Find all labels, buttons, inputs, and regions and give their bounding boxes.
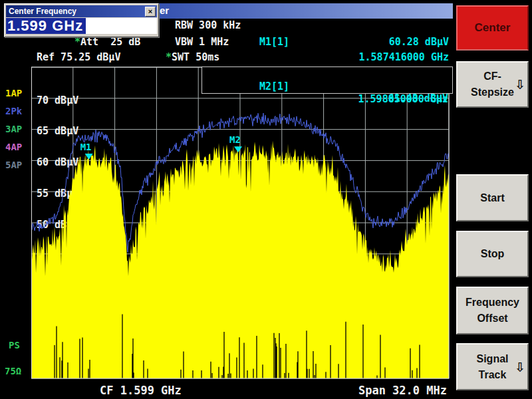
att-text: Att 25 dB (80, 36, 140, 48)
window-title-fragment: er (160, 5, 169, 16)
softkey-stop-label: Stop (458, 248, 527, 260)
submenu-arrow-icon: ⇩ (515, 360, 525, 374)
svg-text:M1: M1 (80, 142, 92, 152)
marker2-info-box: M2[1] 61.43 dBµV 1.598850000 GHz (201, 66, 453, 94)
center-frequency-dialog: Center Frequency × 1.599 GHz (4, 3, 159, 37)
ref-level-readout: Ref 75.25 dBµV (37, 51, 120, 63)
softkey-start[interactable]: Start (456, 174, 529, 221)
marker1-value: 60.28 dBµV (279, 36, 449, 48)
softkey-signal-track[interactable]: Signal Track ⇩ (456, 343, 529, 390)
softkey-stop[interactable]: Stop (456, 231, 529, 277)
softkey-center[interactable]: Center (456, 5, 529, 51)
swt-text: SWT 50ms (172, 51, 219, 63)
trace3-label: 3AP (5, 124, 22, 134)
input-selected-text: 1.599 GHz (6, 18, 86, 34)
preselector-label: PS (9, 340, 20, 350)
impedance-label: 75Ω (5, 366, 21, 376)
marker2-frequency: 1.598850000 GHz (358, 93, 448, 105)
svg-text:70 dBµV: 70 dBµV (37, 94, 78, 106)
att-readout: *Att 25 dB (74, 36, 140, 48)
softkey-frequency-offset-line2: Offset (458, 313, 527, 325)
trace1-label: 1AP (5, 88, 22, 98)
swt-coupled-star: * (166, 51, 172, 63)
window-titlebar: er (153, 3, 453, 19)
dialog-titlebar[interactable]: Center Frequency × (6, 5, 157, 17)
close-icon[interactable]: × (145, 7, 156, 17)
trace4-label: 4AP (5, 142, 22, 152)
softkey-start-label: Start (458, 192, 527, 204)
submenu-arrow-icon: ⇩ (515, 77, 525, 92)
rbw-readout: RBW 300 kHz (175, 19, 241, 31)
frequency-bar: CF 1.599 GHz Span 32.0 MHz (0, 382, 454, 399)
trace5-label: 5AP (5, 160, 22, 170)
svg-text:60 dBµV: 60 dBµV (37, 156, 78, 168)
svg-text:65 dBµV: 65 dBµV (37, 125, 78, 137)
softkey-center-label: Center (458, 21, 527, 35)
spectrum-analyzer-screen: er Center Frequency × 1.599 GHz RBW 300 … (0, 0, 532, 399)
softkey-frequency-offset[interactable]: Frequency Offset (456, 287, 529, 334)
trace2-label: 2Pk (5, 106, 22, 116)
swt-readout: *SWT 50ms (166, 51, 219, 63)
softkey-cf-stepsize[interactable]: CF- Stepsize ⇩ (456, 61, 529, 108)
svg-text:M2: M2 (229, 134, 241, 145)
softkey-frequency-offset-line1: Frequency (458, 297, 527, 309)
vbw-readout: VBW 1 MHz (175, 36, 229, 48)
att-coupled-star: * (74, 36, 80, 48)
dialog-title: Center Frequency (6, 5, 157, 17)
span-readout: Span 32.0 MHz (358, 382, 447, 399)
center-frequency-readout: CF 1.599 GHz (100, 382, 182, 399)
center-frequency-input[interactable]: 1.599 GHz (6, 18, 157, 34)
marker1-frequency: 1.587416000 GHz (279, 51, 449, 63)
